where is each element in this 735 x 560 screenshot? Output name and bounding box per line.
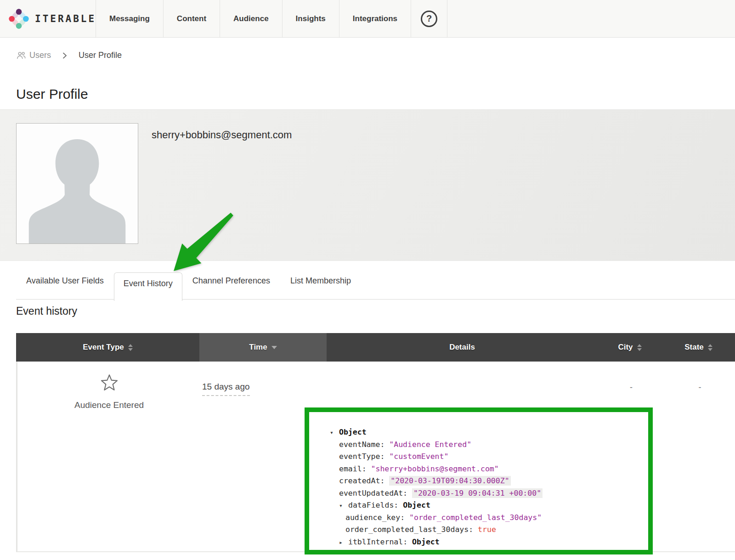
iterable-logo-icon (8, 8, 29, 29)
avatar-silhouette-icon (17, 130, 138, 244)
column-header-time[interactable]: Time (199, 333, 327, 362)
nav-item-integrations[interactable]: Integrations (339, 0, 411, 37)
tab-row: Available User FieldsEvent HistoryChanne… (16, 269, 735, 301)
json-key: createdAt: (339, 476, 389, 485)
profile-hero: sherry+bobbins@segment.com (0, 109, 735, 261)
event-type-cell: Audience Entered (17, 362, 201, 410)
json-line: eventType: "customEvent" (339, 451, 639, 463)
sort-icon (637, 344, 642, 351)
json-line: audience_key: "order_completed_last_30da… (345, 512, 639, 524)
tab-list-membership[interactable]: List Membership (280, 269, 361, 292)
json-key: dataFields: (348, 501, 403, 509)
column-header-city[interactable]: City (598, 333, 662, 362)
collapse-toggle-open-icon[interactable]: ▾ (330, 427, 339, 439)
events-table-header: Event TypeTimeDetailsCityState (16, 333, 735, 362)
users-icon (16, 51, 26, 60)
json-line: ▸itblInternal: Object (339, 536, 639, 549)
help-icon: ? (421, 11, 437, 27)
json-value: "2020-03-19T09:04:30.000Z" (389, 476, 510, 486)
json-value: "order_completed_last_30days" (409, 513, 542, 522)
avatar (16, 123, 138, 244)
breadcrumb-users[interactable]: Users (16, 51, 51, 60)
column-label: Time (249, 343, 267, 352)
nav-item-insights[interactable]: Insights (282, 0, 339, 37)
tab-available-user-fields[interactable]: Available User Fields (16, 269, 114, 292)
event-time[interactable]: 15 days ago (202, 382, 250, 396)
column-header-event-type[interactable]: Event Type (16, 333, 199, 362)
json-line: createdAt: "2020-03-19T09:04:30.000Z" (339, 475, 639, 487)
annotation-arrow-icon (163, 207, 241, 276)
profile-email: sherry+bobbins@segment.com (152, 129, 292, 141)
json-line: eventUpdatedAt: "2020-03-19 09:04:31 +00… (339, 487, 639, 500)
json-key: eventUpdatedAt: (339, 489, 412, 498)
event-time-cell: 15 days ago (202, 382, 250, 396)
column-label: City (618, 343, 633, 352)
help-button[interactable]: ? (411, 0, 447, 37)
json-key: eventName: (339, 440, 389, 449)
column-header-details: Details (327, 333, 598, 362)
json-line: ▾dataFields: Object (339, 499, 639, 512)
nav-items: MessagingContentAudienceInsightsIntegrat… (96, 0, 411, 37)
json-tree: ▾ObjecteventName: "Audience Entered"even… (330, 426, 639, 548)
collapse-toggle-closed-icon[interactable]: ▸ (339, 537, 348, 549)
json-value: "sherry+bobbins@segment.com" (371, 464, 499, 473)
event-city-value: - (599, 383, 663, 392)
event-state-value: - (663, 383, 735, 392)
breadcrumb-chevron-icon (62, 52, 68, 59)
tab-channel-preferences[interactable]: Channel Preferences (182, 269, 280, 292)
json-value: "2020-03-19 09:04:31 +00:00" (412, 488, 543, 498)
json-value: "customEvent" (389, 452, 448, 461)
brand[interactable]: ITERABLE (0, 0, 96, 37)
column-label: State (684, 343, 704, 352)
column-header-state[interactable]: State (662, 333, 735, 362)
nav-item-messaging[interactable]: Messaging (96, 0, 163, 37)
json-value: true (478, 525, 496, 534)
app-header: ITERABLE MessagingContentAudienceInsight… (0, 0, 735, 38)
json-key: order_completed_last_30days: (345, 525, 478, 534)
column-label: Details (449, 343, 475, 352)
json-value: Object (412, 537, 440, 546)
event-type-label: Audience Entered (17, 400, 201, 410)
json-key: itblInternal: (348, 537, 412, 546)
breadcrumb: Users User Profile (16, 51, 122, 60)
sort-desc-icon (271, 346, 277, 349)
brand-wordmark: ITERABLE (35, 13, 96, 24)
json-key: audience_key: (345, 513, 409, 522)
sort-icon (708, 344, 712, 351)
breadcrumb-current: User Profile (79, 51, 122, 60)
json-line: ▾Object (330, 426, 639, 439)
json-value: "Audience Entered" (389, 440, 471, 449)
json-value: Object (403, 501, 430, 509)
json-key: eventType: (339, 452, 389, 461)
page-title: User Profile (16, 86, 88, 102)
custom-event-star-icon (17, 373, 201, 394)
details-json-annotation-box: ▾ObjecteventName: "Audience Entered"even… (305, 407, 653, 554)
collapse-toggle-open-icon[interactable]: ▾ (339, 500, 348, 512)
profile-tabs: Available User FieldsEvent HistoryChanne… (16, 269, 735, 301)
nav-item-content[interactable]: Content (163, 0, 220, 37)
tab-event-history[interactable]: Event History (114, 272, 182, 301)
json-line: order_completed_last_30days: true (345, 524, 639, 536)
nav-item-audience[interactable]: Audience (220, 0, 282, 37)
sort-icon (128, 344, 133, 351)
json-key: email: (339, 464, 371, 473)
json-value: Object (339, 428, 367, 436)
events-table-body: Audience Entered 15 days ago - - ▾Object… (16, 362, 735, 552)
event-history-heading: Event history (16, 305, 77, 317)
json-line: eventName: "Audience Entered" (339, 439, 639, 451)
json-line: email: "sherry+bobbins@segment.com" (339, 463, 639, 475)
column-label: Event Type (83, 343, 124, 352)
